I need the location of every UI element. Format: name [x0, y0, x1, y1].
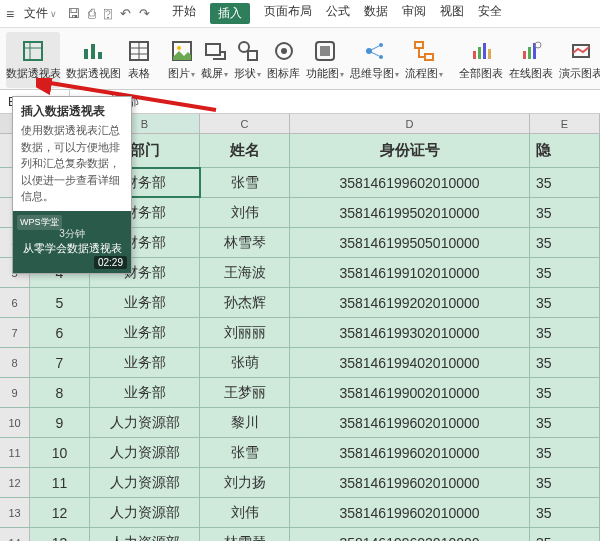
cell[interactable]: 358146199602010000	[290, 168, 530, 197]
ribbon-数据透视图[interactable]: 数据透视图	[66, 32, 120, 88]
undo-icon[interactable]: ↶	[120, 6, 131, 21]
cell[interactable]: 身份证号	[290, 134, 530, 167]
cell[interactable]: 35	[530, 498, 600, 527]
row-header[interactable]: 6	[0, 288, 30, 317]
row-header[interactable]: 13	[0, 498, 30, 527]
row-header[interactable]: 14	[0, 528, 30, 541]
ribbon-功能图[interactable]: 功能图▾	[306, 32, 344, 88]
row-header[interactable]: 8	[0, 348, 30, 377]
tab-数据[interactable]: 数据	[364, 3, 388, 24]
cell[interactable]: 林雪琴	[200, 528, 290, 541]
cell[interactable]: 35	[530, 168, 600, 197]
tab-插入[interactable]: 插入	[210, 3, 250, 24]
ribbon-截屏[interactable]: 截屏▾	[201, 32, 228, 88]
cell[interactable]: 人力资源部	[90, 438, 200, 467]
ribbon-思维导图[interactable]: 思维导图▾	[350, 32, 399, 88]
row-header[interactable]: 10	[0, 408, 30, 437]
print-icon[interactable]: ⎙	[88, 6, 96, 21]
ribbon-图标库[interactable]: 图标库	[267, 32, 300, 88]
cell[interactable]: 358146199502010000	[290, 198, 530, 227]
col-header-C[interactable]: C	[200, 114, 290, 133]
cell[interactable]: 11	[30, 468, 90, 497]
tab-视图[interactable]: 视图	[440, 3, 464, 24]
cell[interactable]: 人力资源部	[90, 498, 200, 527]
cell[interactable]: 6	[30, 318, 90, 347]
cell[interactable]: 35	[530, 378, 600, 407]
cell[interactable]: 张雪	[200, 438, 290, 467]
cell[interactable]: 张萌	[200, 348, 290, 377]
cell[interactable]: 8	[30, 378, 90, 407]
cell[interactable]: 业务部	[90, 378, 200, 407]
cell[interactable]: 35	[530, 288, 600, 317]
hamburger-icon[interactable]: ≡	[6, 6, 14, 22]
cell[interactable]: 358146199505010000	[290, 228, 530, 257]
ribbon-在线图表[interactable]: 在线图表	[509, 32, 553, 88]
cell[interactable]: 35	[530, 528, 600, 541]
cell[interactable]: 358146199402010000	[290, 348, 530, 377]
row-header[interactable]: 9	[0, 378, 30, 407]
ribbon-全部图表[interactable]: 全部图表	[459, 32, 503, 88]
cell[interactable]: 7	[30, 348, 90, 377]
cell[interactable]: 刘伟	[200, 198, 290, 227]
tab-公式[interactable]: 公式	[326, 3, 350, 24]
ribbon-图片[interactable]: 图片▾	[168, 32, 195, 88]
row-header[interactable]: 11	[0, 438, 30, 467]
tooltip-video-card[interactable]: WPS学堂 3分钟 从零学会数据透视表 02:29	[13, 211, 131, 273]
row-header[interactable]: 7	[0, 318, 30, 347]
cell[interactable]: 王海波	[200, 258, 290, 287]
cell[interactable]: 35	[530, 198, 600, 227]
cell[interactable]: 358146199602010000	[290, 528, 530, 541]
file-menu[interactable]: 文件 ∨	[24, 5, 57, 22]
tab-开始[interactable]: 开始	[172, 3, 196, 24]
cell[interactable]: 35	[530, 318, 600, 347]
tab-安全[interactable]: 安全	[478, 3, 502, 24]
col-header-D[interactable]: D	[290, 114, 530, 133]
row-header[interactable]: 12	[0, 468, 30, 497]
cell[interactable]: 358146199602010000	[290, 438, 530, 467]
redo-icon[interactable]: ↷	[139, 6, 150, 21]
cell[interactable]: 358146199602010000	[290, 468, 530, 497]
cell[interactable]: 业务部	[90, 348, 200, 377]
ribbon-表格[interactable]: 表格	[126, 32, 152, 88]
cell[interactable]: 黎川	[200, 408, 290, 437]
cell[interactable]: 13	[30, 528, 90, 541]
cell[interactable]: 孙杰辉	[200, 288, 290, 317]
ribbon-演示图表[interactable]: 演示图表	[559, 32, 600, 88]
cell[interactable]: 人力资源部	[90, 468, 200, 497]
cell[interactable]: 业务部	[90, 318, 200, 347]
cell[interactable]: 5	[30, 288, 90, 317]
cell[interactable]: 9	[30, 408, 90, 437]
cell[interactable]: 358146199002010000	[290, 378, 530, 407]
preview-icon[interactable]: ⍰	[104, 6, 112, 21]
cell[interactable]: 隐	[530, 134, 600, 167]
ribbon-流程图[interactable]: 流程图▾	[405, 32, 443, 88]
cell[interactable]: 12	[30, 498, 90, 527]
ribbon-数据透视表[interactable]: 数据透视表	[6, 32, 60, 88]
cell[interactable]: 35	[530, 438, 600, 467]
cell[interactable]: 358146199602010000	[290, 498, 530, 527]
cell[interactable]: 业务部	[90, 288, 200, 317]
cell[interactable]: 王梦丽	[200, 378, 290, 407]
tab-审阅[interactable]: 审阅	[402, 3, 426, 24]
cell[interactable]: 林雪琴	[200, 228, 290, 257]
cell[interactable]: 358146199602010000	[290, 408, 530, 437]
cell[interactable]: 张雪	[200, 168, 290, 197]
ribbon-形状[interactable]: 形状▾	[234, 32, 261, 88]
save-icon[interactable]: 🖫	[67, 6, 80, 21]
cell[interactable]: 358146199202010000	[290, 288, 530, 317]
col-header-E[interactable]: E	[530, 114, 600, 133]
cell[interactable]: 35	[530, 408, 600, 437]
cell[interactable]: 刘伟	[200, 498, 290, 527]
cell[interactable]: 人力资源部	[90, 408, 200, 437]
cell[interactable]: 刘丽丽	[200, 318, 290, 347]
cell[interactable]: 刘力扬	[200, 468, 290, 497]
cell[interactable]: 35	[530, 468, 600, 497]
cell[interactable]: 10	[30, 438, 90, 467]
cell[interactable]: 姓名	[200, 134, 290, 167]
cell[interactable]: 人力资源部	[90, 528, 200, 541]
cell[interactable]: 358146199102010000	[290, 258, 530, 287]
cell[interactable]: 358146199302010000	[290, 318, 530, 347]
cell[interactable]: 35	[530, 228, 600, 257]
tab-页面布局[interactable]: 页面布局	[264, 3, 312, 24]
formula-value[interactable]: 财务部	[95, 93, 600, 110]
